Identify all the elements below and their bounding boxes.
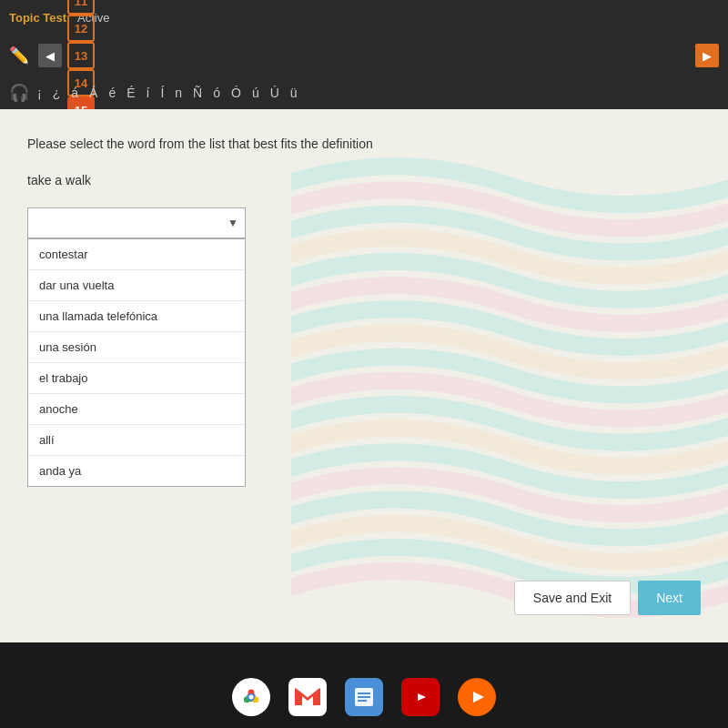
pencil-icon: ✏️ [9,46,29,66]
bottom-buttons: Save and Exit Next [514,581,701,615]
dropdown-arrow-icon: ▼ [228,217,238,229]
special-char-u-umlaut[interactable]: ü [288,84,300,102]
special-char-e-lower[interactable]: é [106,84,118,102]
dropdown-list: contestardar una vueltauna llamada telef… [27,238,246,487]
svg-point-5 [249,695,254,700]
dropdown-item-5[interactable]: anoche [28,394,245,425]
instruction-text: Please select the word from the list tha… [27,136,701,151]
special-char-i-upper[interactable]: Í [157,84,167,102]
taskbar-chrome-icon[interactable] [232,678,270,716]
dropdown-item-4[interactable]: el trabajo [28,363,245,394]
special-char-exclaim[interactable]: ¡ [35,84,45,102]
next-page-button[interactable]: ▶ [695,44,719,67]
svg-rect-9 [358,696,370,698]
chars-bar: 🎧 ¡ ¿ á Á é É í Í n Ñ ó Ó ú Ú ü [0,76,728,109]
taskbar-files-icon[interactable] [345,678,383,716]
dropdown-item-1[interactable]: dar una vuelta [28,270,245,301]
special-char-u-upper[interactable]: Ú [268,84,282,102]
special-char-a-upper[interactable]: Á [86,84,100,102]
save-exit-button[interactable]: Save and Exit [514,581,631,615]
top-bar: Topic Test Active [0,0,728,35]
toolbar: ✏️ ◀ 1112131415 ▶ [0,35,728,76]
definition-text: take a walk [27,173,701,187]
prev-page-button[interactable]: ◀ [38,44,62,67]
next-button[interactable]: Next [638,581,701,615]
dropdown-select[interactable]: ▼ [27,207,246,238]
page-btn-12[interactable]: 12 [67,15,95,42]
dropdown-item-2[interactable]: una llamada telefónica [28,301,245,332]
special-char-u-lower[interactable]: ú [249,84,262,102]
svg-rect-10 [358,700,367,702]
taskbar-youtube-icon[interactable] [401,678,440,716]
page-btn-11[interactable]: 11 [67,0,95,15]
dropdown-item-0[interactable]: contestar [28,239,245,270]
special-char-n-lower[interactable]: n [172,84,185,102]
headphone-icon: 🎧 [9,83,29,103]
main-content: .w1{fill:none;stroke:#7dd;stroke-width:1… [0,109,728,642]
dropdown-selected-value [35,217,39,230]
dropdown-item-7[interactable]: anda ya [28,456,245,486]
special-char-i-lower[interactable]: í [144,84,153,102]
taskbar-gmail-icon[interactable] [288,678,327,716]
special-char-a-lower[interactable]: á [68,84,81,102]
svg-rect-8 [358,693,370,694]
taskbar-play-icon[interactable] [458,678,496,716]
content-area: Please select the word from the list tha… [0,109,728,257]
page-btn-13[interactable]: 13 [67,42,95,69]
special-char-e-upper[interactable]: É [124,84,137,102]
dropdown-item-6[interactable]: allí [28,425,245,456]
page-buttons-container: 1112131415 [67,0,95,124]
special-char-n-tilde[interactable]: Ñ [190,84,205,102]
dropdown-item-3[interactable]: una sesión [28,332,245,363]
special-char-o-upper[interactable]: Ó [228,84,244,102]
taskbar [0,666,728,728]
dropdown-container[interactable]: ▼ contestardar una vueltauna llamada tel… [27,207,246,238]
topic-test-label: Topic Test [9,11,66,25]
special-char-question[interactable]: ¿ [50,84,64,102]
special-char-o-lower[interactable]: ó [210,84,223,102]
